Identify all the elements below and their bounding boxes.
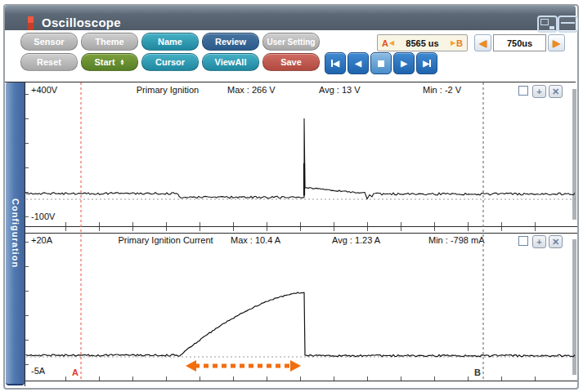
ch2-avg-stat: Avg : 1.23 A (332, 235, 380, 245)
ch2-expand-button[interactable]: + (532, 235, 546, 248)
ab-delta-readout[interactable]: A ◀ 8565 us ▶ B (377, 34, 468, 51)
start-button[interactable]: Start ▲▼ (81, 53, 138, 71)
ch1-name: Primary Ignition (106, 85, 229, 95)
ch1-x-ticks-below (65, 227, 556, 231)
skip-to-end-button[interactable]: ▶ (416, 52, 437, 74)
ch1-y-ticks (25, 94, 29, 221)
ch1-max-stat: Max : 266 V (227, 85, 276, 95)
ch1-scale-bottom: -100V (31, 212, 55, 221)
configuration-tab-label: Configuration (11, 198, 20, 268)
timebase-value[interactable]: 750us (493, 34, 546, 51)
start-button-label: Start (94, 57, 114, 67)
cursor-a-marker[interactable]: A (72, 368, 78, 377)
ab-delta-value: 8565 us (395, 38, 450, 48)
title-bar[interactable]: Oscilloscope (5, 6, 576, 30)
user-setting-button[interactable]: User Setting (262, 33, 320, 51)
ch1-avg-stat: Avg : 13 V (319, 85, 361, 95)
sensor-button[interactable]: Sensor (20, 33, 78, 51)
ch1-visibility-checkbox[interactable] (518, 86, 528, 96)
cursor-button[interactable]: Cursor (141, 53, 199, 71)
stop-button[interactable] (370, 52, 392, 74)
ch2-close-button[interactable]: ✕ (549, 235, 563, 248)
ch2-visibility-checkbox[interactable] (518, 236, 528, 246)
ch1-position-slider[interactable] (572, 89, 576, 220)
cascade-windows-icon[interactable] (537, 16, 558, 33)
play-button[interactable]: ▶ (393, 52, 415, 74)
left-arrow-icon: ◀ (389, 39, 394, 47)
ch2-bottom-axis (25, 381, 577, 381)
ch2-y-ticks (25, 242, 29, 372)
name-button[interactable]: Name (141, 33, 199, 51)
ch2-top-border (25, 233, 577, 234)
theme-button[interactable]: Theme (81, 33, 138, 51)
ch2-scale-top: +20A (31, 235, 52, 245)
ch2-position-slider[interactable] (572, 239, 576, 375)
right-arrow-icon: ▶ (451, 39, 455, 47)
ch2-max-stat: Max : 10.4 A (231, 235, 280, 245)
viewall-button[interactable]: ViewAll (202, 53, 259, 71)
ch1-close-button[interactable]: ✕ (549, 85, 563, 98)
save-button[interactable]: Save (262, 53, 320, 71)
plot-top-border (5, 82, 576, 82)
timebase-next-button[interactable]: ▶ (548, 34, 565, 51)
cursor-a-label: A (382, 38, 388, 48)
ch2-min-stat: Min : -798 mA (428, 235, 484, 245)
step-back-button[interactable]: ◀ (348, 52, 369, 74)
ch1-expand-button[interactable]: + (532, 85, 546, 98)
ch2-name: Primary Ignition Current (90, 235, 241, 245)
review-button[interactable]: Review (202, 33, 259, 51)
spinner-arrows-icon[interactable]: ▲▼ (120, 59, 125, 65)
skip-to-start-button[interactable]: ◀ (325, 52, 346, 74)
ch2-scale-bottom: -5A (31, 366, 45, 376)
timebase-prev-button[interactable]: ◀ (474, 34, 491, 51)
window-title: Oscilloscope (42, 16, 121, 29)
cursor-b-label: B (456, 38, 463, 48)
split-horizontal-icon[interactable] (558, 16, 578, 33)
configuration-tab[interactable]: Configuration (6, 82, 25, 385)
ch1-min-stat: Min : -2 V (423, 85, 461, 95)
oscilloscope-app: Oscilloscope Sensor Theme Name Review Us… (0, 0, 583, 392)
reset-button[interactable]: Reset (20, 53, 78, 71)
cursor-b-marker[interactable]: B (474, 368, 481, 377)
ch1-scale-top: +400V (31, 85, 57, 95)
app-icon (28, 16, 34, 30)
